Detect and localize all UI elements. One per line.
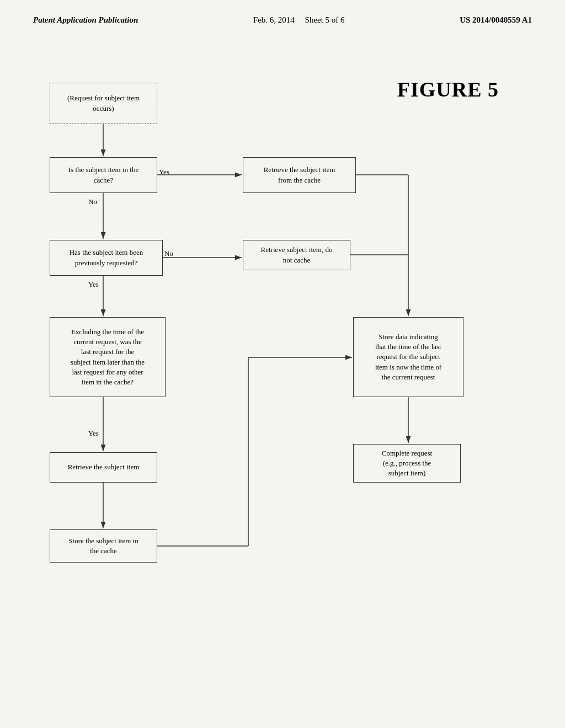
box-retrieve-cache: Retrieve the subject itemfrom the cache bbox=[243, 157, 356, 193]
box-retrieve: Retrieve the subject item bbox=[50, 452, 157, 483]
diagram-area: FIGURE 5 (Request for subject itemoccurs… bbox=[33, 77, 532, 695]
box-in-cache-text: Is the subject item in thecache? bbox=[68, 165, 138, 185]
box-store-data-text: Store data indicatingthat the time of th… bbox=[375, 332, 441, 382]
box-retrieve-cache-text: Retrieve the subject itemfrom the cache bbox=[264, 165, 335, 185]
header-date: Feb. 6, 2014 bbox=[253, 15, 295, 24]
box-in-cache: Is the subject item in thecache? bbox=[50, 157, 157, 193]
box-last-request-text: Excluding the time of thecurrent request… bbox=[71, 327, 145, 387]
box-retrieve-no-cache: Retrieve subject item, donot cache bbox=[243, 240, 350, 270]
patent-number: US 2014/0040559 A1 bbox=[460, 15, 532, 25]
figure-label: FIGURE 5 bbox=[397, 77, 499, 101]
publication-title: Patent Application Publication bbox=[33, 15, 138, 25]
box-store-cache-text: Store the subject item inthe cache bbox=[68, 536, 138, 556]
no1-label: No bbox=[88, 197, 97, 206]
box-prev-requested: Has the subject item beenpreviously requ… bbox=[50, 240, 163, 276]
page-header: Patent Application Publication Feb. 6, 2… bbox=[0, 0, 565, 25]
box-store-cache: Store the subject item inthe cache bbox=[50, 529, 157, 563]
box-prev-requested-text: Has the subject item beenpreviously requ… bbox=[70, 248, 143, 267]
yes2-label: Yes bbox=[88, 280, 99, 289]
box-retrieve-text: Retrieve the subject item bbox=[68, 462, 140, 472]
yes3-label: Yes bbox=[88, 429, 99, 438]
box-complete-text: Complete request(e.g., process thesubjec… bbox=[382, 448, 432, 479]
box-retrieve-no-cache-text: Retrieve subject item, donot cache bbox=[261, 245, 333, 265]
start-text: (Request for subject itemoccurs) bbox=[67, 93, 140, 113]
box-store-data: Store data indicatingthat the time of th… bbox=[353, 317, 463, 397]
yes1-label: Yes bbox=[159, 168, 169, 176]
header-sheet: Sheet 5 of 6 bbox=[305, 15, 345, 24]
box-complete: Complete request(e.g., process thesubjec… bbox=[353, 444, 461, 483]
page: Patent Application Publication Feb. 6, 2… bbox=[0, 0, 565, 728]
start-box: (Request for subject itemoccurs) bbox=[50, 83, 157, 124]
box-last-request: Excluding the time of thecurrent request… bbox=[50, 317, 166, 397]
header-center: Feb. 6, 2014 Sheet 5 of 6 bbox=[253, 15, 345, 25]
no2-label: No bbox=[164, 249, 173, 258]
